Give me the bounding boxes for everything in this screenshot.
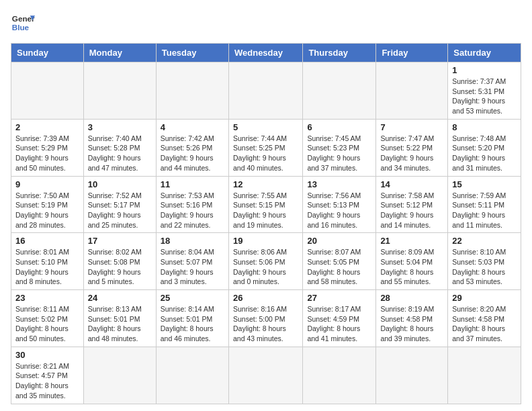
day-info: Sunrise: 8:10 AM Sunset: 5:03 PM Dayligh… bbox=[452, 247, 517, 287]
day-info: Sunrise: 8:01 AM Sunset: 5:10 PM Dayligh… bbox=[15, 247, 79, 287]
day-info: Sunrise: 7:42 AM Sunset: 5:26 PM Dayligh… bbox=[161, 134, 224, 173]
day-number: 7 bbox=[380, 122, 443, 132]
week-row-4: 16Sunrise: 8:01 AM Sunset: 5:10 PM Dayli… bbox=[11, 233, 521, 290]
day-info: Sunrise: 7:56 AM Sunset: 5:13 PM Dayligh… bbox=[307, 191, 371, 230]
calendar-cell: 30Sunrise: 8:21 AM Sunset: 4:57 PM Dayli… bbox=[11, 347, 84, 404]
calendar-cell: 28Sunrise: 8:19 AM Sunset: 4:58 PM Dayli… bbox=[376, 290, 448, 347]
calendar-cell: 10Sunrise: 7:52 AM Sunset: 5:17 PM Dayli… bbox=[83, 176, 156, 233]
day-number: 4 bbox=[161, 122, 224, 132]
day-number: 26 bbox=[233, 293, 298, 303]
calendar-header-row: SundayMondayTuesdayWednesdayThursdayFrid… bbox=[11, 44, 521, 62]
day-info: Sunrise: 7:48 AM Sunset: 5:20 PM Dayligh… bbox=[452, 134, 517, 173]
calendar-cell: 8Sunrise: 7:48 AM Sunset: 5:20 PM Daylig… bbox=[448, 119, 521, 176]
week-row-6: 30Sunrise: 8:21 AM Sunset: 4:57 PM Dayli… bbox=[11, 347, 521, 404]
day-info: Sunrise: 7:55 AM Sunset: 5:15 PM Dayligh… bbox=[233, 191, 298, 230]
day-number: 19 bbox=[233, 236, 298, 246]
day-header-saturday: Saturday bbox=[448, 44, 521, 62]
day-info: Sunrise: 7:58 AM Sunset: 5:12 PM Dayligh… bbox=[380, 191, 443, 230]
day-number: 17 bbox=[88, 236, 152, 246]
calendar-cell: 14Sunrise: 7:58 AM Sunset: 5:12 PM Dayli… bbox=[376, 176, 448, 233]
day-number: 16 bbox=[15, 236, 79, 246]
day-header-friday: Friday bbox=[376, 44, 448, 62]
logo: General Blue bbox=[11, 11, 35, 35]
calendar-cell bbox=[83, 347, 156, 404]
day-header-tuesday: Tuesday bbox=[156, 44, 228, 62]
day-info: Sunrise: 7:40 AM Sunset: 5:28 PM Dayligh… bbox=[88, 134, 152, 173]
day-number: 24 bbox=[88, 293, 152, 303]
day-number: 3 bbox=[88, 122, 152, 132]
calendar-cell: 11Sunrise: 7:53 AM Sunset: 5:16 PM Dayli… bbox=[156, 176, 228, 233]
calendar-cell: 6Sunrise: 7:45 AM Sunset: 5:23 PM Daylig… bbox=[303, 119, 376, 176]
day-info: Sunrise: 8:16 AM Sunset: 5:00 PM Dayligh… bbox=[233, 304, 298, 344]
day-number: 10 bbox=[88, 179, 152, 189]
calendar-cell bbox=[156, 347, 228, 404]
calendar-cell: 23Sunrise: 8:11 AM Sunset: 5:02 PM Dayli… bbox=[11, 290, 84, 347]
week-row-3: 9Sunrise: 7:50 AM Sunset: 5:19 PM Daylig… bbox=[11, 176, 521, 233]
calendar-cell: 17Sunrise: 8:02 AM Sunset: 5:08 PM Dayli… bbox=[83, 233, 156, 290]
calendar-cell bbox=[83, 62, 156, 120]
calendar-cell: 25Sunrise: 8:14 AM Sunset: 5:01 PM Dayli… bbox=[156, 290, 228, 347]
day-info: Sunrise: 8:07 AM Sunset: 5:05 PM Dayligh… bbox=[307, 247, 371, 287]
day-number: 13 bbox=[307, 179, 371, 189]
calendar-cell bbox=[448, 347, 521, 404]
svg-text:General: General bbox=[12, 14, 35, 23]
day-info: Sunrise: 8:19 AM Sunset: 4:58 PM Dayligh… bbox=[380, 304, 443, 344]
day-info: Sunrise: 7:59 AM Sunset: 5:11 PM Dayligh… bbox=[452, 191, 517, 230]
day-number: 22 bbox=[452, 236, 517, 246]
day-info: Sunrise: 7:53 AM Sunset: 5:16 PM Dayligh… bbox=[161, 191, 224, 230]
calendar-cell: 2Sunrise: 7:39 AM Sunset: 5:29 PM Daylig… bbox=[11, 119, 84, 176]
day-info: Sunrise: 7:44 AM Sunset: 5:25 PM Dayligh… bbox=[233, 134, 298, 173]
day-number: 30 bbox=[15, 350, 79, 360]
calendar-cell bbox=[303, 347, 376, 404]
day-number: 27 bbox=[307, 293, 371, 303]
calendar-cell: 4Sunrise: 7:42 AM Sunset: 5:26 PM Daylig… bbox=[156, 119, 228, 176]
logo-icon: General Blue bbox=[11, 11, 35, 35]
calendar-cell bbox=[156, 62, 228, 120]
day-info: Sunrise: 7:52 AM Sunset: 5:17 PM Dayligh… bbox=[88, 191, 152, 230]
calendar-cell bbox=[303, 62, 376, 120]
day-header-sunday: Sunday bbox=[11, 44, 84, 62]
calendar-cell: 24Sunrise: 8:13 AM Sunset: 5:01 PM Dayli… bbox=[83, 290, 156, 347]
day-info: Sunrise: 8:06 AM Sunset: 5:06 PM Dayligh… bbox=[233, 247, 298, 287]
day-number: 23 bbox=[15, 293, 79, 303]
day-header-thursday: Thursday bbox=[303, 44, 376, 62]
day-number: 14 bbox=[380, 179, 443, 189]
calendar-cell: 15Sunrise: 7:59 AM Sunset: 5:11 PM Dayli… bbox=[448, 176, 521, 233]
day-number: 9 bbox=[15, 179, 79, 189]
day-info: Sunrise: 8:02 AM Sunset: 5:08 PM Dayligh… bbox=[88, 247, 152, 287]
calendar-cell: 18Sunrise: 8:04 AM Sunset: 5:07 PM Dayli… bbox=[156, 233, 228, 290]
day-number: 11 bbox=[161, 179, 224, 189]
day-info: Sunrise: 8:17 AM Sunset: 4:59 PM Dayligh… bbox=[307, 304, 371, 344]
day-info: Sunrise: 7:45 AM Sunset: 5:23 PM Dayligh… bbox=[307, 134, 371, 173]
day-info: Sunrise: 8:09 AM Sunset: 5:04 PM Dayligh… bbox=[380, 247, 443, 287]
week-row-1: 1Sunrise: 7:37 AM Sunset: 5:31 PM Daylig… bbox=[11, 62, 521, 120]
calendar-cell: 13Sunrise: 7:56 AM Sunset: 5:13 PM Dayli… bbox=[303, 176, 376, 233]
week-row-2: 2Sunrise: 7:39 AM Sunset: 5:29 PM Daylig… bbox=[11, 119, 521, 176]
day-number: 2 bbox=[15, 122, 79, 132]
calendar-cell: 20Sunrise: 8:07 AM Sunset: 5:05 PM Dayli… bbox=[303, 233, 376, 290]
day-info: Sunrise: 7:50 AM Sunset: 5:19 PM Dayligh… bbox=[15, 191, 79, 230]
day-info: Sunrise: 8:20 AM Sunset: 4:58 PM Dayligh… bbox=[452, 304, 517, 344]
calendar-cell bbox=[376, 347, 448, 404]
day-info: Sunrise: 7:39 AM Sunset: 5:29 PM Dayligh… bbox=[15, 134, 79, 173]
day-number: 29 bbox=[452, 293, 517, 303]
calendar-cell: 19Sunrise: 8:06 AM Sunset: 5:06 PM Dayli… bbox=[228, 233, 302, 290]
day-number: 1 bbox=[452, 65, 517, 75]
calendar-cell: 5Sunrise: 7:44 AM Sunset: 5:25 PM Daylig… bbox=[228, 119, 302, 176]
calendar-cell: 16Sunrise: 8:01 AM Sunset: 5:10 PM Dayli… bbox=[11, 233, 84, 290]
day-info: Sunrise: 7:47 AM Sunset: 5:22 PM Dayligh… bbox=[380, 134, 443, 173]
calendar-cell bbox=[376, 62, 448, 120]
calendar-cell: 3Sunrise: 7:40 AM Sunset: 5:28 PM Daylig… bbox=[83, 119, 156, 176]
calendar-table: SundayMondayTuesdayWednesdayThursdayFrid… bbox=[11, 43, 521, 404]
week-row-5: 23Sunrise: 8:11 AM Sunset: 5:02 PM Dayli… bbox=[11, 290, 521, 347]
svg-text:Blue: Blue bbox=[12, 23, 30, 32]
calendar-cell bbox=[228, 347, 302, 404]
day-number: 8 bbox=[452, 122, 517, 132]
day-info: Sunrise: 7:37 AM Sunset: 5:31 PM Dayligh… bbox=[452, 77, 517, 116]
day-number: 25 bbox=[161, 293, 224, 303]
calendar-cell: 21Sunrise: 8:09 AM Sunset: 5:04 PM Dayli… bbox=[376, 233, 448, 290]
calendar-cell: 12Sunrise: 7:55 AM Sunset: 5:15 PM Dayli… bbox=[228, 176, 302, 233]
day-number: 28 bbox=[380, 293, 443, 303]
calendar-cell: 9Sunrise: 7:50 AM Sunset: 5:19 PM Daylig… bbox=[11, 176, 84, 233]
day-number: 12 bbox=[233, 179, 298, 189]
